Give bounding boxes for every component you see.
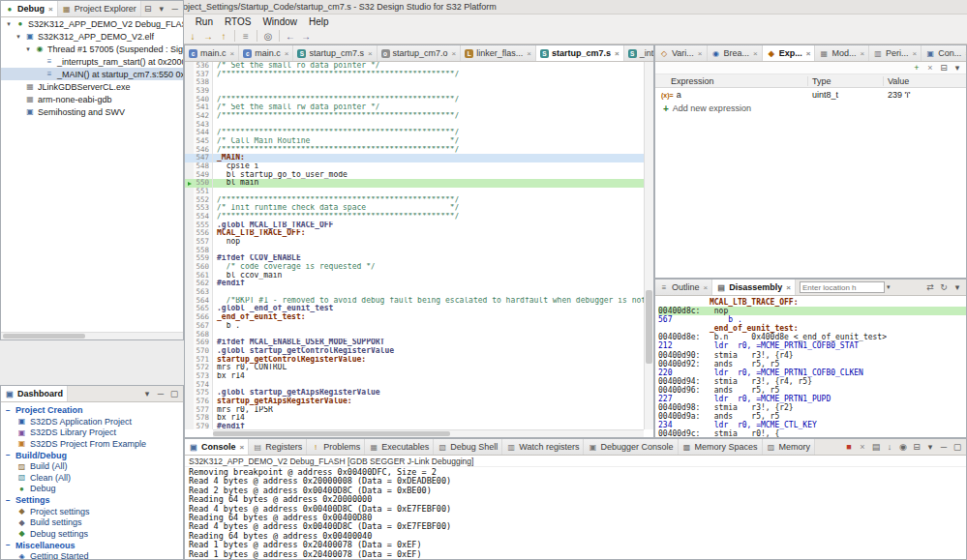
close-icon[interactable]: × [753,49,758,58]
library-project-icon[interactable]: ▣ [17,428,26,437]
code-text[interactable]: /***************************************… [213,196,653,205]
close-icon[interactable]: × [368,49,373,58]
tab-memory-spaces[interactable]: ▩Memory Spaces [679,439,763,455]
breakpoint-gutter[interactable] [185,339,194,347]
tab-console[interactable]: ▣Console× [185,439,249,455]
debug-tree-item[interactable]: ▦arm-none-eabi-gdb [1,93,183,105]
tab-startup-cm7-o[interactable]: ostartup_cm7.o× [378,45,462,61]
breakpoint-gutter[interactable] [185,129,194,137]
code-text[interactable]: mrs r0, IPSR [213,406,653,415]
code-text[interactable] [213,331,653,339]
dashboard-section-settings[interactable]: −Settings [1,494,183,506]
location-dropdown-icon[interactable]: ▾ [885,280,892,295]
breakpoint-gutter[interactable] [185,322,194,331]
debug-tree-item[interactable]: ▾◉Thread #1 57005 (Suspended : Signal : … [1,43,183,55]
breakpoint-gutter[interactable] [185,406,194,415]
tab-executables[interactable]: ▦Executables [365,439,434,455]
console-output[interactable]: Removing breakpoint @ address 0x00400DFC… [185,467,966,559]
minimize-icon[interactable]: ─ [168,2,182,15]
maximize-icon[interactable]: ▢ [951,440,964,454]
close-icon[interactable]: × [806,49,811,58]
breakpoint-gutter[interactable] [185,389,194,398]
dashboard-section-project-creation[interactable]: −Project Creation [1,404,183,416]
project-settings-icon[interactable]: ◆ [17,507,26,516]
debug-settings-icon[interactable]: ◆ [17,529,26,538]
code-text[interactable]: mrs r0, CONTROL [213,364,653,372]
code-text[interactable] [213,288,653,297]
code-text[interactable]: _MAIN: [213,154,653,162]
process-icon[interactable]: ▦ [25,82,35,92]
application-project-icon[interactable]: ▣ [17,417,26,426]
close-icon[interactable]: × [786,283,791,292]
code-text[interactable]: /* Call Main Routine */ [213,137,653,146]
maximize-icon[interactable]: ▢ [182,2,183,15]
view-menu-icon[interactable]: ▾ [951,280,964,294]
code-text[interactable] [213,381,653,390]
code-text[interactable]: #ifdef MCAL_ENABLE_USER_MODE_SUPPORT [213,339,653,347]
collapse-icon[interactable]: − [6,496,13,505]
breakpoint-gutter[interactable] [185,78,194,87]
close-icon[interactable]: × [452,49,457,58]
add-expression-row[interactable]: + Add new expression [655,102,966,115]
collapse-icon[interactable]: − [6,406,13,415]
debug-tree-item[interactable]: ▾●S32K312_APP_DEMO_V2 Debug_FLASH [GDB [1,17,183,30]
breakpoint-gutter[interactable] [185,121,194,130]
dashboard-item-build-settings[interactable]: ◆Build settings [1,517,183,529]
breakpoint-gutter[interactable] [185,372,194,381]
tab-outline[interactable]: ≡Outline× [655,280,712,295]
close-icon[interactable]: × [230,49,235,58]
dashboard-item-s32ds-project-from-example[interactable]: ▣S32DS Project From Example [1,438,183,450]
tab-exp[interactable]: ◈Exp...× [763,45,816,61]
code-text[interactable]: startup_getControlRegisterValue: [213,356,653,365]
remove-icon[interactable]: × [856,440,869,454]
dashboard-section-build-debug[interactable]: −Build/Debug [1,450,183,461]
clear-icon[interactable]: ▤ [869,440,883,454]
code-text[interactable]: /***************************************… [213,146,653,155]
breakpoint-gutter[interactable] [185,196,194,205]
menu-help[interactable]: Help [303,15,335,28]
tab-project-explorer[interactable]: ▦Project Explorer [58,1,141,16]
breakpoint-gutter[interactable] [185,179,194,188]
tab-mod[interactable]: ▦Mod...× [815,45,869,61]
code-text[interactable]: #endif [213,423,653,429]
tab-memory[interactable]: ▨Memory [763,439,816,455]
tab-peri[interactable]: ▥Peri...× [869,45,922,61]
close-icon[interactable]: × [965,49,966,58]
collapse-all-icon[interactable]: ⊟ [141,2,155,15]
debug-panel-hscrollbar-thumb[interactable] [3,334,85,339]
breakpoint-gutter[interactable] [185,280,194,288]
breakpoint-gutter[interactable] [185,146,194,155]
breakpoint-gutter[interactable] [185,272,194,280]
code-text[interactable]: .globl startup_getControlRegisterValue [213,347,653,356]
close-icon[interactable]: × [615,49,619,58]
tab-vari[interactable]: ◇Vari...× [655,45,708,61]
search-icon[interactable]: ◎ [260,29,276,43]
disassembly-content[interactable]: MCAL_LTB_TRACE_OFF:00400d8c: nop567 b . … [655,297,966,437]
debug-launch-icon[interactable]: ● [15,19,25,29]
dashboard-item-build-all[interactable]: ▨Build (All) [1,461,183,473]
code-text[interactable] [213,78,653,87]
breakpoint-gutter[interactable] [185,62,194,71]
step-into-icon[interactable]: ↓ [185,29,200,43]
column-header-type[interactable]: Type [808,76,884,86]
code-text[interactable]: MCAL_LTB_TRACE_OFF: [213,229,653,238]
code-text[interactable]: cpsie i [213,162,653,171]
link-editor-icon[interactable]: ⇄ [923,280,937,294]
code-text[interactable]: /* Init runtime check data space */ [213,204,653,213]
code-text[interactable]: bx r14 [213,372,653,381]
example-project-icon[interactable]: ▣ [17,439,26,448]
collapse-all-icon[interactable]: ⊟ [910,440,923,454]
column-header-value[interactable]: Value [884,76,966,86]
dashboard-item-debug[interactable]: ●Debug [1,484,183,495]
column-header-expression[interactable]: Expression [655,76,808,86]
dashboard-item-s32ds-library-project[interactable]: ▣S32DS Library Project [1,427,183,439]
tab-problems[interactable]: !Problems [307,439,365,455]
debug-icon[interactable]: ● [17,485,26,493]
code-text[interactable]: bx r14 [213,414,653,423]
code-text[interactable]: b . [213,322,653,331]
forward-icon[interactable]: → [298,29,314,43]
debug-tree-item[interactable]: ▾▣S32K312_APP_DEMO_V2.elf [1,30,183,43]
tab-disassembly[interactable]: ▤Disassembly× [712,280,796,295]
code-text[interactable] [213,247,653,255]
code-text[interactable] [213,87,653,96]
